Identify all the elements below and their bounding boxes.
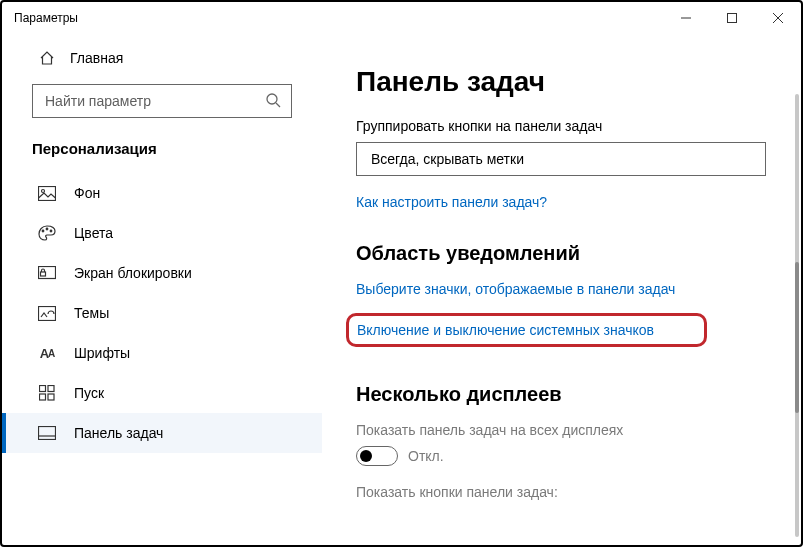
- window-title: Параметры: [14, 11, 78, 25]
- sidebar-item-label: Экран блокировки: [74, 265, 192, 281]
- section-notification-area: Область уведомлений: [356, 242, 771, 265]
- svg-point-7: [42, 189, 45, 192]
- maximize-button[interactable]: [709, 2, 755, 34]
- group-value: Всегда, скрывать метки: [371, 151, 524, 167]
- start-icon: [38, 385, 56, 401]
- link-system-icons[interactable]: Включение и выключение системных значков: [357, 322, 654, 338]
- scrollbar[interactable]: [795, 94, 799, 537]
- sidebar-item-taskbar[interactable]: Панель задач: [2, 413, 322, 453]
- content: Панель задач Группировать кнопки на пане…: [322, 34, 801, 545]
- highlight-annotation: Включение и выключение системных значков: [346, 313, 707, 347]
- sidebar-item-label: Панель задач: [74, 425, 163, 441]
- toggle-show-on-all[interactable]: [356, 446, 398, 466]
- search-placeholder: Найти параметр: [45, 93, 151, 109]
- svg-rect-16: [40, 394, 46, 400]
- sidebar-item-label: Цвета: [74, 225, 113, 241]
- svg-line-5: [276, 103, 280, 107]
- svg-point-8: [42, 230, 44, 232]
- taskbar-icon: [38, 426, 56, 440]
- titlebar: Параметры: [2, 2, 801, 34]
- svg-rect-13: [39, 306, 56, 320]
- link-choose-icons[interactable]: Выберите значки, отображаемые в панели з…: [356, 281, 675, 297]
- lockscreen-icon: [38, 266, 56, 281]
- toggle-state: Откл.: [408, 448, 444, 464]
- sidebar-item-label: Фон: [74, 185, 100, 201]
- image-icon: [38, 186, 56, 201]
- home-icon: [38, 50, 56, 66]
- sidebar-item-start[interactable]: Пуск: [2, 373, 322, 413]
- minimize-button[interactable]: [663, 2, 709, 34]
- search-icon: [265, 92, 281, 111]
- search-input[interactable]: Найти параметр: [32, 84, 292, 118]
- sidebar-item-lockscreen[interactable]: Экран блокировки: [2, 253, 322, 293]
- sidebar-home[interactable]: Главная: [2, 40, 322, 76]
- multi-label: Показать панель задач на всех дисплеях: [356, 422, 771, 438]
- svg-rect-15: [48, 386, 54, 392]
- svg-rect-12: [41, 272, 46, 276]
- sidebar-item-themes[interactable]: Темы: [2, 293, 322, 333]
- buttons-label: Показать кнопки панели задач:: [356, 484, 771, 500]
- svg-point-9: [46, 228, 48, 230]
- fonts-icon: AA: [38, 346, 56, 361]
- svg-rect-17: [48, 394, 54, 400]
- svg-rect-18: [39, 427, 56, 440]
- page-title: Панель задач: [356, 66, 771, 98]
- sidebar: Главная Найти параметр Персонализация Фо…: [2, 34, 322, 545]
- svg-rect-1: [728, 14, 737, 23]
- sidebar-item-background[interactable]: Фон: [2, 173, 322, 213]
- group-label: Группировать кнопки на панели задач: [356, 118, 771, 134]
- sidebar-item-label: Пуск: [74, 385, 104, 401]
- svg-rect-6: [39, 186, 56, 200]
- sidebar-item-label: Темы: [74, 305, 109, 321]
- sidebar-item-colors[interactable]: Цвета: [2, 213, 322, 253]
- help-link[interactable]: Как настроить панели задач?: [356, 194, 771, 210]
- sidebar-item-fonts[interactable]: AA Шрифты: [2, 333, 322, 373]
- sidebar-home-label: Главная: [70, 50, 123, 66]
- section-multiple-displays: Несколько дисплеев: [356, 383, 771, 406]
- group-dropdown[interactable]: Всегда, скрывать метки: [356, 142, 766, 176]
- close-button[interactable]: [755, 2, 801, 34]
- sidebar-item-label: Шрифты: [74, 345, 130, 361]
- svg-point-10: [50, 230, 52, 232]
- palette-icon: [38, 225, 56, 241]
- svg-rect-14: [40, 386, 46, 392]
- sidebar-section: Персонализация: [2, 132, 322, 173]
- themes-icon: [38, 306, 56, 321]
- svg-point-4: [267, 94, 277, 104]
